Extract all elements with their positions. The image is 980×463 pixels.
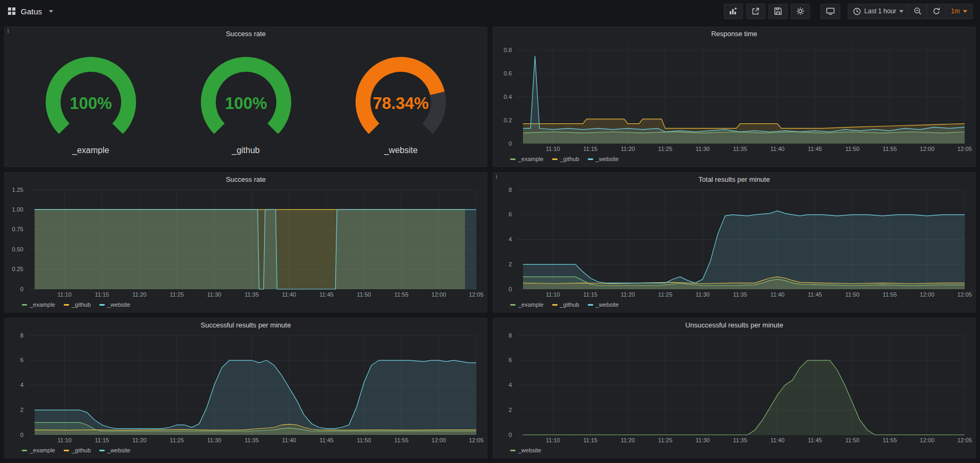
- svg-text:2: 2: [509, 407, 512, 413]
- share-button[interactable]: [746, 4, 765, 19]
- gauge-label: _example: [72, 146, 109, 155]
- svg-text:2: 2: [20, 407, 23, 413]
- time-range-button[interactable]: Last 1 hour: [848, 4, 909, 19]
- unsuccessful-results-chart[interactable]: 0246811:1011:1511:2011:2511:3011:3511:40…: [497, 331, 971, 445]
- save-icon: [774, 7, 782, 15]
- legend-item[interactable]: _github: [64, 301, 91, 308]
- svg-text:6: 6: [20, 357, 23, 363]
- dashboard-title[interactable]: Gatus: [21, 7, 42, 16]
- successful-results-chart[interactable]: 0246811:1011:1511:2011:2511:3011:3511:40…: [9, 331, 483, 445]
- info-icon[interactable]: i: [7, 28, 9, 34]
- chart-canvas[interactable]: 00.250.500.751.001.2511:1011:1511:2011:2…: [9, 186, 483, 299]
- panel-response-time: Response time 00.20.40.60.811:1011:1511:…: [493, 27, 976, 167]
- chart-legend: _example_github_website: [5, 445, 487, 458]
- panel-title-text: Response time: [711, 30, 757, 38]
- navbar-left: Gatus: [7, 7, 53, 16]
- gauge-label: _website: [384, 146, 418, 155]
- svg-text:11:50: 11:50: [845, 437, 859, 443]
- settings-button[interactable]: [791, 4, 810, 19]
- legend-item[interactable]: _example: [510, 156, 544, 162]
- refresh-interval-button[interactable]: 1m: [946, 4, 973, 19]
- legend-item[interactable]: _website: [588, 156, 619, 162]
- dashboard-grid: i Success rate 100%_example100%_github78…: [0, 22, 980, 462]
- legend-item[interactable]: _website: [588, 301, 619, 308]
- add-panel-button[interactable]: [724, 4, 743, 19]
- svg-text:12:05: 12:05: [469, 437, 484, 443]
- panel-success-rate-graph: Success rate 00.250.500.751.001.2511:101…: [4, 172, 487, 313]
- svg-text:11:25: 11:25: [170, 291, 184, 298]
- legend-item[interactable]: _website: [510, 447, 541, 453]
- zoom-out-icon: [914, 7, 922, 15]
- svg-text:11:30: 11:30: [696, 291, 710, 298]
- svg-text:11:15: 11:15: [583, 146, 597, 152]
- svg-text:12:05: 12:05: [957, 146, 972, 152]
- panel-title[interactable]: Total results per minute: [493, 173, 975, 186]
- svg-text:11:15: 11:15: [583, 437, 597, 443]
- svg-text:11:35: 11:35: [733, 437, 747, 443]
- svg-text:11:10: 11:10: [57, 437, 72, 443]
- legend-item[interactable]: _website: [99, 301, 130, 308]
- dashboard-grid-icon[interactable]: [7, 7, 16, 15]
- clock-icon: [853, 7, 861, 15]
- total-results-chart[interactable]: 0246811:1011:1511:2011:2511:3011:3511:40…: [497, 186, 971, 299]
- svg-text:11:35: 11:35: [733, 291, 747, 298]
- svg-text:11:20: 11:20: [132, 291, 147, 298]
- legend-item[interactable]: _github: [552, 156, 579, 162]
- tv-mode-button[interactable]: [821, 4, 840, 19]
- svg-text:11:50: 11:50: [845, 291, 859, 298]
- tv-icon: [826, 7, 835, 15]
- refresh-button[interactable]: [927, 4, 946, 19]
- svg-text:11:45: 11:45: [319, 291, 334, 298]
- svg-text:11:10: 11:10: [546, 291, 560, 298]
- panel-successful-results: Successful results per minute 0246811:10…: [4, 318, 487, 458]
- svg-text:11:40: 11:40: [771, 291, 785, 298]
- svg-text:11:50: 11:50: [357, 291, 371, 298]
- chart-canvas[interactable]: 0246811:1011:1511:2011:2511:3011:3511:40…: [497, 186, 971, 299]
- add-panel-icon: [729, 7, 738, 15]
- response-time-chart[interactable]: 00.20.40.60.811:1011:1511:2011:2511:3011…: [497, 40, 971, 154]
- svg-text:11:45: 11:45: [808, 291, 822, 298]
- legend-item[interactable]: _example: [22, 301, 55, 308]
- panel-title[interactable]: Success rate: [5, 173, 487, 186]
- svg-text:8: 8: [509, 187, 512, 193]
- chart-canvas[interactable]: 00.20.40.60.811:1011:1511:2011:2511:3011…: [497, 40, 971, 154]
- svg-text:11:45: 11:45: [808, 146, 822, 152]
- svg-text:11:15: 11:15: [583, 291, 597, 298]
- legend-item[interactable]: _github: [552, 301, 579, 308]
- success-rate-chart[interactable]: 00.250.500.751.001.2511:1011:1511:2011:2…: [9, 186, 483, 299]
- svg-text:11:45: 11:45: [808, 437, 822, 443]
- caret-down-icon[interactable]: [49, 10, 53, 13]
- svg-text:12:00: 12:00: [432, 291, 446, 298]
- chart-canvas[interactable]: 0246811:1011:1511:2011:2511:3011:3511:40…: [9, 331, 483, 445]
- legend-item[interactable]: _website: [99, 447, 130, 453]
- svg-text:11:40: 11:40: [282, 437, 297, 443]
- legend-item[interactable]: _github: [64, 447, 91, 453]
- panel-title[interactable]: Response time: [493, 27, 975, 40]
- svg-text:100%: 100%: [70, 94, 112, 113]
- panel-title[interactable]: Unsuccessful results per minute: [493, 318, 975, 331]
- svg-text:11:25: 11:25: [658, 291, 672, 298]
- legend-item[interactable]: _example: [22, 447, 55, 453]
- svg-text:11:30: 11:30: [696, 146, 710, 152]
- svg-text:0: 0: [509, 432, 512, 438]
- svg-text:11:25: 11:25: [170, 437, 184, 443]
- svg-text:11:10: 11:10: [546, 437, 560, 443]
- svg-text:6: 6: [509, 211, 512, 217]
- legend-item[interactable]: _example: [510, 301, 544, 308]
- panel-title[interactable]: Successful results per minute: [5, 318, 487, 331]
- info-icon[interactable]: i: [496, 173, 497, 180]
- svg-text:11:15: 11:15: [95, 437, 109, 443]
- caret-down-icon: [963, 10, 967, 13]
- svg-text:11:55: 11:55: [883, 437, 897, 443]
- chart-canvas[interactable]: 0246811:1011:1511:2011:2511:3011:3511:40…: [497, 331, 971, 445]
- time-controls: Last 1 hour 1m: [848, 4, 973, 19]
- panel-title[interactable]: Success rate: [5, 27, 487, 40]
- svg-text:11:20: 11:20: [621, 291, 635, 298]
- svg-text:2: 2: [509, 261, 512, 267]
- save-button[interactable]: [768, 4, 788, 19]
- time-range-label: Last 1 hour: [864, 7, 896, 15]
- success-rate-gauges: 100%_example100%_github78.34%_website: [5, 40, 487, 166]
- svg-text:11:55: 11:55: [883, 291, 897, 298]
- panel-success-rate-gauges: i Success rate 100%_example100%_github78…: [4, 27, 487, 167]
- zoom-out-button[interactable]: [909, 4, 927, 19]
